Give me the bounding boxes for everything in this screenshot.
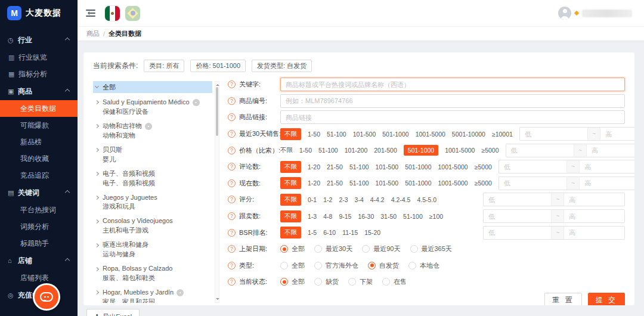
radio-option[interactable]: 全部 bbox=[280, 277, 305, 286]
tree-item[interactable]: 贝贝斯婴儿 bbox=[93, 143, 212, 167]
filter-chip[interactable]: ≥5000 bbox=[475, 179, 492, 187]
keyword-input[interactable] bbox=[280, 78, 625, 91]
radio-option[interactable]: 全部 bbox=[280, 244, 305, 253]
sidebar-item-my-favorites[interactable]: 我的收藏 bbox=[0, 150, 78, 167]
help-icon[interactable]: ? bbox=[228, 262, 236, 269]
filter-chip[interactable]: 51-100 bbox=[349, 179, 369, 187]
condition-tag[interactable]: 发货类型: 自发货 bbox=[252, 60, 312, 72]
tree-item-all[interactable]: 全部 bbox=[93, 81, 212, 93]
radio-option[interactable]: 自发货 bbox=[368, 261, 399, 270]
mexico-flag-button[interactable] bbox=[105, 6, 120, 21]
help-icon[interactable]: ? bbox=[228, 97, 236, 105]
filter-chip[interactable]: ≥100 bbox=[429, 213, 443, 220]
filter-chip[interactable]: 5001-10000 bbox=[452, 131, 485, 138]
filter-chip[interactable]: 不限 bbox=[280, 161, 301, 173]
filter-chip[interactable]: 501-1000 bbox=[405, 163, 431, 171]
help-icon[interactable]: ? bbox=[228, 229, 236, 237]
filter-chip[interactable]: 11-15 bbox=[342, 229, 358, 236]
filter-chip[interactable]: 101-500 bbox=[376, 179, 399, 187]
help-icon[interactable]: ? bbox=[228, 80, 236, 88]
filter-chip[interactable]: 101-500 bbox=[376, 163, 399, 171]
filter-chip[interactable]: 6-10 bbox=[323, 229, 336, 236]
filter-chip[interactable]: 16-30 bbox=[358, 213, 374, 220]
sidebar-item-metric-analysis[interactable]: ▦指标分析 bbox=[0, 66, 78, 82]
tree-item[interactable]: 电子、音频和视频电子、音频和视频 bbox=[93, 167, 212, 191]
menu-fold-icon[interactable] bbox=[86, 10, 95, 17]
tree-item[interactable]: Ropa, Bolsas y Calzado服装、箱包和鞋类 bbox=[93, 262, 212, 286]
radio-option[interactable]: 缺货 bbox=[314, 277, 339, 286]
filter-chip[interactable]: 1001-5000 bbox=[416, 131, 445, 138]
tree-item[interactable]: Consolas y Videojuegos主机和电子游戏 bbox=[93, 214, 212, 238]
filter-chip[interactable]: 1-3 bbox=[308, 213, 317, 220]
chat-support-button[interactable] bbox=[33, 283, 60, 311]
filter-chip[interactable]: 4-8 bbox=[323, 213, 332, 220]
review-count-max-input[interactable] bbox=[580, 160, 634, 174]
filter-chip[interactable]: 201-500 bbox=[374, 147, 397, 154]
filter-chip[interactable]: 不限 bbox=[280, 177, 301, 189]
filter-chip[interactable]: 不限 bbox=[280, 227, 301, 238]
scroll-up-icon[interactable] bbox=[216, 82, 219, 86]
help-icon[interactable]: ? bbox=[228, 130, 236, 138]
condition-tag[interactable]: 类目: 所有 bbox=[144, 60, 184, 72]
radio-option[interactable]: 最近30天 bbox=[314, 244, 352, 253]
tree-item[interactable]: Salud y Equipamiento Médico•保健和医疗设备 bbox=[93, 95, 212, 119]
help-icon[interactable]: ? bbox=[228, 196, 236, 203]
sidebar-section-keyword[interactable]: ▤关键词 bbox=[0, 184, 78, 202]
sidebar-item-platform-hot-words[interactable]: 平台热搜词 bbox=[0, 202, 78, 218]
submit-button[interactable]: 提 交 bbox=[588, 293, 625, 305]
filter-chip[interactable]: 1-2 bbox=[323, 196, 332, 203]
filter-chip[interactable]: 1-20 bbox=[308, 179, 320, 187]
help-icon[interactable]: ? bbox=[228, 113, 236, 121]
condition-tag[interactable]: 价格: 501-1000 bbox=[190, 60, 246, 72]
filter-chip[interactable]: 1-20 bbox=[308, 163, 320, 171]
user-avatar[interactable] bbox=[558, 7, 571, 20]
price-peso-min-input[interactable] bbox=[506, 144, 574, 157]
filter-chip[interactable]: 不限 bbox=[280, 194, 301, 206]
radio-option[interactable]: 官方海外仓 bbox=[314, 261, 358, 270]
tree-scrollbar[interactable] bbox=[215, 81, 219, 303]
filter-chip[interactable]: 15-20 bbox=[364, 229, 380, 236]
scroll-down-icon[interactable] bbox=[216, 298, 219, 302]
rating-max-input[interactable] bbox=[564, 193, 625, 206]
filter-chip[interactable]: 501-1000 bbox=[405, 179, 431, 187]
radio-option[interactable]: 最近90天 bbox=[362, 244, 400, 253]
filter-chip[interactable]: 4.2-4.5 bbox=[391, 196, 411, 203]
tree-item[interactable]: 驱逐出境和健身运动与健身 bbox=[93, 238, 212, 262]
filter-chip[interactable]: 31-50 bbox=[380, 213, 397, 220]
radio-option[interactable]: 下架 bbox=[348, 277, 373, 286]
filter-chip[interactable]: 不限 bbox=[280, 210, 301, 222]
filter-chip[interactable]: 21-50 bbox=[327, 179, 343, 187]
filter-chip[interactable]: 0-1 bbox=[308, 196, 317, 203]
sidebar-section-product[interactable]: ▣商品 bbox=[0, 82, 78, 100]
sidebar-item-competitor-tracking[interactable]: 竞品追踪 bbox=[0, 167, 78, 184]
filter-chip[interactable]: ≥5000 bbox=[475, 163, 492, 171]
filter-chip[interactable]: ≥10001 bbox=[492, 131, 513, 138]
follow-sellers-min-input[interactable] bbox=[483, 209, 551, 223]
reset-button[interactable]: 重 置 bbox=[544, 293, 581, 305]
filter-chip[interactable]: 1001-5000 bbox=[445, 147, 475, 154]
bsr-rank-max-input[interactable] bbox=[564, 226, 625, 240]
filter-chip[interactable]: 101-200 bbox=[345, 147, 368, 154]
help-icon[interactable]: ? bbox=[228, 179, 236, 187]
export-excel-button[interactable]: ⬇ 导出Excel bbox=[86, 309, 140, 316]
sales-30d-max-input[interactable] bbox=[600, 127, 634, 141]
sidebar-item-shop-list[interactable]: 店铺列表 bbox=[0, 269, 78, 286]
filter-chip[interactable]: 9-15 bbox=[339, 213, 351, 220]
rating-min-input[interactable] bbox=[483, 193, 551, 206]
stock-count-max-input[interactable] bbox=[580, 176, 634, 190]
product-link-input[interactable] bbox=[280, 110, 625, 124]
brazil-flag-button[interactable] bbox=[125, 6, 140, 21]
filter-chip[interactable]: ≥5000 bbox=[481, 147, 499, 154]
scrollbar-thumb[interactable] bbox=[216, 87, 218, 136]
help-icon[interactable]: ? bbox=[228, 163, 236, 171]
stock-count-min-input[interactable] bbox=[499, 176, 566, 190]
filter-chip[interactable]: 4.5-5.0 bbox=[417, 196, 436, 203]
sales-30d-min-input[interactable] bbox=[519, 127, 587, 141]
help-icon[interactable]: ? bbox=[228, 147, 236, 154]
radio-option[interactable]: 在售 bbox=[382, 277, 407, 286]
filter-chip[interactable]: 1-50 bbox=[299, 147, 312, 154]
sidebar-item-new-ranking[interactable]: 新品榜 bbox=[0, 134, 78, 150]
radio-option[interactable]: 本地仓 bbox=[408, 261, 439, 270]
sidebar-item-title-helper[interactable]: 标题助手 bbox=[0, 235, 78, 252]
filter-chip[interactable]: 51-100 bbox=[318, 147, 338, 154]
